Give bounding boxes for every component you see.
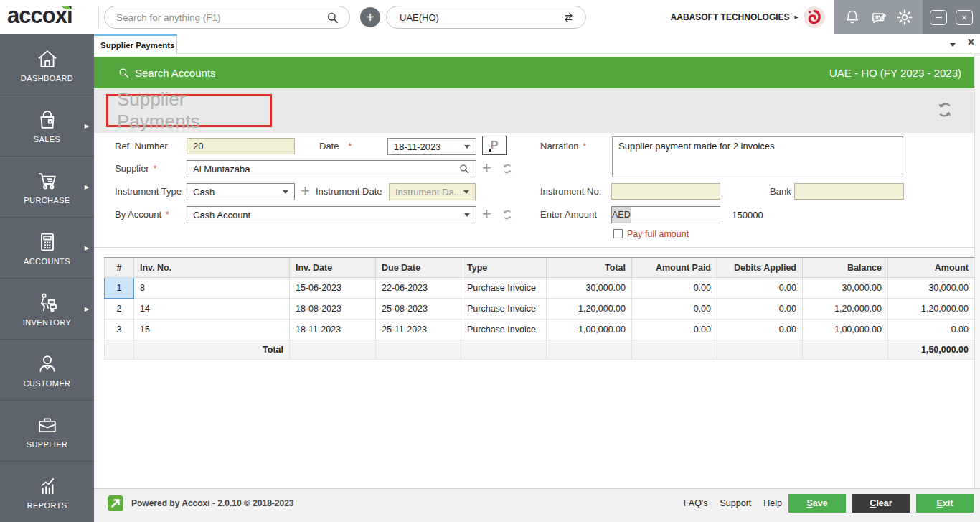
gear-icon[interactable] [896, 9, 913, 26]
help-link[interactable]: Help [763, 498, 782, 508]
narration-input[interactable]: Supplier payment made for 2 invoices [612, 136, 903, 177]
chevron-down-icon [464, 213, 470, 217]
column-header[interactable]: Balance [803, 258, 888, 277]
sidebar-item-label: PURCHASE [24, 196, 70, 205]
clear-button[interactable]: Clear [852, 494, 910, 513]
supplier-input[interactable]: Al Muntazaha [187, 160, 476, 177]
search-icon[interactable] [458, 163, 470, 174]
refresh-supplier-icon[interactable] [501, 162, 514, 175]
table-cell[interactable]: 0.00 [888, 319, 975, 340]
page-title-row: Supplier Payments [94, 88, 974, 133]
search-accounts-button[interactable]: Search Accounts [118, 67, 216, 79]
sidebar-item-reports[interactable]: REPORTS ▶ [0, 462, 94, 522]
refresh-icon[interactable] [935, 100, 955, 120]
company-menu[interactable]: AABASOFT TECHNOLOGIES ▶ [671, 0, 825, 34]
save-button[interactable]: Save [788, 494, 846, 513]
instrument-no-label: Instrument No. [540, 186, 601, 197]
table-header-row: # Inv. No. Inv. Date Due Date Type Total… [105, 258, 975, 277]
add-supplier-icon[interactable]: + [482, 160, 491, 176]
date-value: 18-11-2023 [394, 141, 441, 152]
instrument-date-label: Instrument Date [316, 186, 382, 197]
column-header[interactable]: Total [547, 258, 632, 277]
close-button[interactable]: × [956, 10, 973, 25]
enter-amount-label: Enter Amount [540, 209, 597, 220]
bank-name-input[interactable] [794, 183, 904, 200]
sidebar-item-label: CUSTOMER [24, 379, 71, 388]
sidebar-item-sales[interactable]: SALES ▶ [0, 95, 94, 157]
table-cell: 1 [105, 277, 134, 298]
caret-right-icon: ▶ [795, 14, 798, 20]
column-header[interactable]: Type [461, 258, 547, 277]
column-header[interactable]: Debits Applied [717, 258, 803, 277]
by-account-value: Cash Account [193, 210, 250, 220]
table-cell[interactable]: 1,20,000.00 [888, 298, 975, 319]
date-label: Date* [319, 141, 352, 152]
enter-amount-input[interactable] [631, 207, 769, 223]
instrument-type-select[interactable]: Cash [187, 183, 295, 200]
sidebar-item-dashboard[interactable]: DASHBOARD ▶ [0, 34, 94, 95]
by-account-select[interactable]: Cash Account [187, 206, 476, 223]
sidebar-item-supplier[interactable]: SUPPLIER ▶ [0, 401, 94, 462]
quick-add-button[interactable]: + [360, 7, 380, 27]
table-cell: 0.00 [632, 277, 717, 298]
instrument-date-select[interactable]: Instrument Da... [389, 183, 476, 200]
supplier-label: Supplier* [115, 163, 156, 174]
global-search-input[interactable] [116, 12, 326, 23]
switch-branch-icon[interactable] [562, 11, 575, 24]
column-header[interactable]: Due Date [376, 258, 461, 277]
support-link[interactable]: Support [720, 498, 752, 508]
search-icon[interactable] [326, 11, 339, 24]
search-icon [118, 67, 130, 79]
column-header[interactable]: Inv. Date [290, 258, 376, 277]
table-cell: 18-08-2023 [290, 298, 376, 319]
add-account-icon[interactable]: + [482, 206, 491, 222]
fiscal-year-label: UAE - HO (FY 2023 - 2023) [829, 67, 961, 79]
tab-supplier-payments[interactable]: Supplier Payments [94, 34, 177, 54]
tab-strip: Supplier Payments × [94, 34, 980, 54]
submenu-arrow-icon: ▶ [85, 184, 89, 190]
refresh-account-icon[interactable] [501, 208, 514, 221]
company-avatar[interactable] [804, 6, 825, 28]
sidebar-item-inventory[interactable]: INVENTORY ▶ [0, 279, 94, 340]
invoices-table: # Inv. No. Inv. Date Due Date Type Total… [104, 257, 974, 360]
instrument-type-value: Cash [193, 187, 215, 197]
sidebar-item-label: INVENTORY [23, 318, 71, 327]
toolbar-bar: Search Accounts UAE - HO (FY 2023 - 2023… [94, 57, 974, 88]
payment-form: Ref. Number Date* 18-11-2023 P Narration… [94, 133, 974, 248]
table-cell: Purchase Invoice [461, 298, 547, 319]
table-row[interactable]: 315 18-11-202325-11-2023 Purchase Invoic… [105, 319, 975, 340]
column-header[interactable]: Amount [888, 258, 975, 277]
sidebar-item-accounts[interactable]: ACCOUNTS ▶ [0, 218, 94, 279]
table-cell[interactable]: 30,000.00 [888, 277, 975, 298]
exit-button[interactable]: Exit [916, 494, 974, 513]
scrollbar-track[interactable] [974, 54, 980, 488]
payment-shortcut-button[interactable]: P [482, 136, 507, 155]
person-icon [36, 353, 59, 376]
column-header[interactable]: # [105, 258, 134, 277]
date-select[interactable]: 18-11-2023 [387, 138, 476, 155]
minimize-button[interactable] [930, 10, 947, 25]
feedback-icon[interactable] [870, 9, 887, 26]
ref-number-input[interactable] [187, 138, 295, 154]
table-cell: 30,000.00 [547, 277, 632, 298]
submenu-arrow-icon: ▶ [85, 306, 89, 312]
add-instrument-icon[interactable]: + [301, 183, 310, 199]
table-row[interactable]: 18 15-06-202322-06-2023 Purchase Invoice… [105, 277, 975, 298]
instrument-no-input[interactable] [611, 183, 720, 200]
table-row[interactable]: 214 18-08-202325-08-2023 Purchase Invoic… [105, 298, 975, 319]
pay-full-amount-label: Pay full amount [627, 229, 689, 239]
sidebar-item-purchase[interactable]: PURCHASE ▶ [0, 157, 94, 218]
column-header[interactable]: Inv. No. [134, 258, 290, 277]
sidebar-item-customer[interactable]: CUSTOMER ▶ [0, 340, 94, 401]
close-icon: × [961, 13, 967, 22]
bell-icon[interactable] [844, 9, 861, 26]
column-header[interactable]: Amount Paid [632, 258, 717, 277]
faq-link[interactable]: FAQ's [684, 498, 708, 508]
tab-list-dropdown-icon[interactable] [950, 43, 956, 47]
table-cell: 0.00 [717, 298, 803, 319]
pay-full-amount-checkbox[interactable] [613, 229, 623, 238]
tab-close-icon[interactable]: × [968, 36, 974, 49]
submenu-arrow-icon: ▶ [85, 123, 89, 129]
branch-selector[interactable]: UAE(HO) [386, 6, 586, 29]
table-cell: 22-06-2023 [376, 277, 461, 298]
